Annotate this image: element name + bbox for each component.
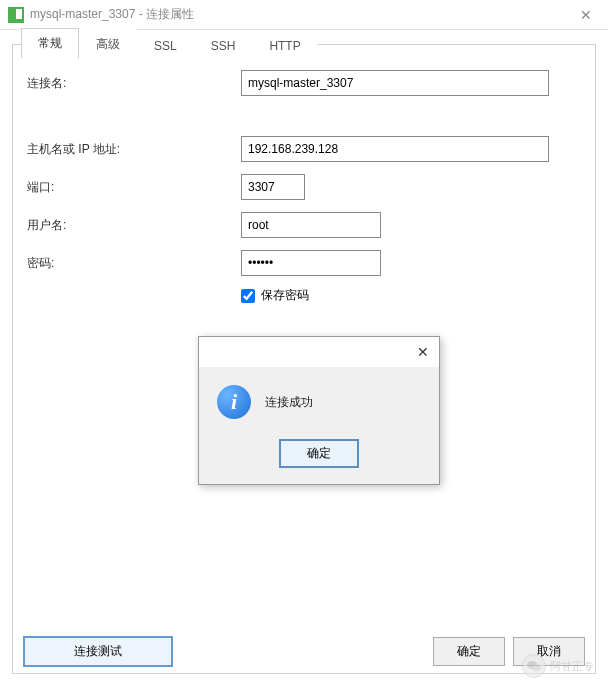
- username-label: 用户名:: [27, 217, 241, 234]
- password-input[interactable]: [241, 250, 381, 276]
- save-password-checkbox[interactable]: [241, 289, 255, 303]
- host-input[interactable]: [241, 136, 549, 162]
- tab-advanced[interactable]: 高级: [79, 29, 137, 59]
- port-label: 端口:: [27, 179, 241, 196]
- window-close-button[interactable]: ✕: [572, 7, 600, 23]
- dialog-ok-button[interactable]: 确定: [279, 439, 359, 468]
- bottom-bar: 连接测试 确定 取消: [19, 636, 589, 667]
- form-area: 连接名: 主机名或 IP 地址: 端口: 用户名: 密码: 保存密码: [13, 45, 595, 318]
- info-icon: i: [217, 385, 251, 419]
- svg-point-1: [533, 665, 541, 671]
- window-title: mysql-master_3307 - 连接属性: [30, 6, 572, 23]
- test-connection-button[interactable]: 连接测试: [23, 636, 173, 667]
- ok-button[interactable]: 确定: [433, 637, 505, 666]
- message-dialog: ✕ i 连接成功 确定: [198, 336, 440, 485]
- app-icon: [8, 7, 24, 23]
- host-label: 主机名或 IP 地址:: [27, 141, 241, 158]
- dialog-close-button[interactable]: ✕: [417, 344, 429, 360]
- tab-ssh[interactable]: SSH: [194, 32, 253, 59]
- tab-http[interactable]: HTTP: [252, 32, 317, 59]
- connection-name-input[interactable]: [241, 70, 549, 96]
- watermark-text: 阿甘正专: [550, 659, 594, 674]
- save-password-label: 保存密码: [261, 287, 309, 304]
- password-label: 密码:: [27, 255, 241, 272]
- tab-bar: 常规 高级 SSL SSH HTTP: [21, 31, 587, 59]
- save-password-row: 保存密码: [241, 287, 581, 304]
- dialog-titlebar: ✕: [199, 337, 439, 367]
- tab-ssl[interactable]: SSL: [137, 32, 194, 59]
- port-input[interactable]: [241, 174, 305, 200]
- dialog-message: 连接成功: [265, 394, 313, 411]
- tab-general[interactable]: 常规: [21, 28, 79, 59]
- connection-name-label: 连接名:: [27, 75, 241, 92]
- watermark: 阿甘正专: [522, 654, 594, 678]
- titlebar: mysql-master_3307 - 连接属性 ✕: [0, 0, 608, 30]
- wechat-icon: [522, 654, 546, 678]
- username-input[interactable]: [241, 212, 381, 238]
